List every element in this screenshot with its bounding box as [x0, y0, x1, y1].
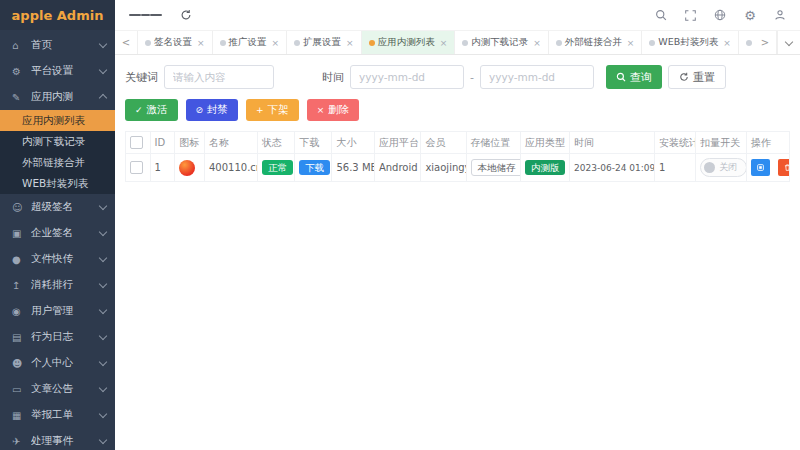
sidebar-item-announcements[interactable]: ▭ 文章公告 [0, 376, 115, 402]
close-icon[interactable]: × [723, 38, 731, 48]
app-logo-icon [179, 160, 195, 176]
col-status: 状态 [258, 132, 295, 154]
refresh-icon[interactable] [180, 9, 192, 21]
home-icon: ⌂ [12, 40, 27, 51]
edit-square-icon: ▣ [12, 228, 27, 239]
trash-icon [784, 163, 790, 172]
sidebar-item-external-link-merge[interactable]: 外部链接合并 [0, 152, 115, 173]
language-globe-icon[interactable] [714, 9, 726, 21]
cell-installs: 1 [655, 154, 696, 182]
fullscreen-icon[interactable] [685, 10, 696, 21]
status-badge: 正常 [262, 160, 293, 176]
close-icon[interactable]: × [627, 38, 635, 48]
document-icon: ▤ [12, 332, 27, 343]
search-button[interactable]: 查询 [606, 65, 662, 89]
sidebar-item-user-management[interactable]: ◉ 用户管理 [0, 298, 115, 324]
user-avatar-icon[interactable] [774, 9, 786, 21]
tabs-scroll-left[interactable]: < [115, 31, 138, 54]
sidebar-item-handle-events[interactable]: ✈ 处理事件 [0, 428, 115, 450]
plus-icon: + [256, 105, 264, 115]
ban-button[interactable]: ⊘ 封禁 [186, 99, 239, 121]
download-badge[interactable]: 下载 [299, 160, 330, 176]
search-icon [616, 72, 626, 82]
sidebar-item-platform-settings[interactable]: ⚙ 平台设置 [0, 58, 115, 84]
col-installs: 安装统计 [655, 132, 696, 154]
col-platform: 应用平台 [374, 132, 420, 154]
time-label: 时间 [322, 70, 344, 85]
app-logo: apple Admin [0, 0, 115, 30]
sidebar-item-file-transfer[interactable]: ● 文件快传 [0, 246, 115, 272]
table-header-row: ID 图标 名称 状态 下载 大小 应用平台 会员 存储位置 应用类型 时间 安… [126, 132, 790, 154]
date-start-input[interactable] [350, 65, 464, 89]
gear-icon: ⚙ [12, 66, 27, 77]
top-bar: ⚙ [115, 0, 800, 30]
collapse-menu-icon[interactable] [129, 12, 162, 19]
sidebar-item-web-package-list[interactable]: WEB封装列表 [0, 173, 115, 194]
tab-dot [746, 40, 752, 46]
tab-signature-settings[interactable]: 签名设置 × [138, 31, 213, 54]
tab-external-link-merge[interactable]: 外部链接合并 × [549, 31, 643, 54]
col-icon: 图标 [175, 132, 205, 154]
sidebar-item-beta-download-records[interactable]: 内测下载记录 [0, 131, 115, 152]
tabs-menu-dropdown[interactable] [777, 31, 800, 54]
qrcode-button[interactable] [751, 159, 770, 176]
settings-gear-icon[interactable]: ⚙ [744, 9, 756, 22]
tab-super-sign-list[interactable]: 超级签列表 × [739, 31, 754, 54]
tab-extension-settings[interactable]: 扩展设置 × [287, 31, 362, 54]
qrcode-icon [757, 163, 764, 172]
tabs-scroll-area: 签名设置 × 推广设置 × 扩展设置 × 应用内测列表 × [138, 31, 754, 54]
tabs-scroll-right[interactable]: > [754, 31, 777, 54]
sidebar-item-report-tickets[interactable]: ▦ 举报工单 [0, 402, 115, 428]
tab-dot [220, 40, 226, 46]
deduct-toggle[interactable]: 关闭 [700, 158, 746, 177]
sidebar-item-super-signature[interactable]: ☺ 超级签名 [0, 194, 115, 220]
cell-member: xiaojingyu [421, 154, 466, 182]
close-icon[interactable]: × [272, 38, 280, 48]
sidebar-item-home[interactable]: ⌂ 首页 [0, 32, 115, 58]
row-checkbox[interactable] [130, 161, 143, 174]
date-end-input[interactable] [480, 65, 594, 89]
sidebar-item-consumption-rank[interactable]: ↥ 消耗排行 [0, 272, 115, 298]
cell-name: 400110.cn [205, 154, 258, 182]
main-area: ⚙ < 签名设置 × 推广设置 × [115, 0, 800, 450]
tab-beta-download-records[interactable]: 内测下载记录 × [455, 31, 549, 54]
col-size: 大小 [332, 132, 374, 154]
close-icon: × [317, 105, 325, 115]
close-icon[interactable]: × [346, 38, 354, 48]
close-icon[interactable]: × [197, 38, 205, 48]
select-all-checkbox[interactable] [130, 136, 143, 149]
col-download: 下载 [295, 132, 332, 154]
chevron-down-icon [99, 254, 107, 262]
check-icon: ✓ [135, 105, 143, 115]
delete-bulk-button[interactable]: × 删除 [307, 99, 360, 121]
table-row: 1 400110.cn 正常 下载 56.3 MB Android xiaoji… [126, 154, 790, 182]
filter-row: 关键词 时间 - 查询 重置 [125, 65, 790, 89]
sidebar-item-profile-center[interactable]: ☻ 个人中心 [0, 350, 115, 376]
upload-icon: ↥ [12, 280, 27, 291]
takedown-button[interactable]: + 下架 [246, 99, 299, 121]
sidebar-item-app-beta-list[interactable]: 应用内测列表 [0, 110, 115, 131]
col-deduct-switch: 扣量开关 [696, 132, 746, 154]
keyword-input[interactable] [164, 65, 274, 89]
chevron-down-icon [99, 66, 107, 74]
tab-app-beta-list[interactable]: 应用内测列表 × [362, 31, 456, 54]
activate-button[interactable]: ✓ 激活 [125, 99, 178, 121]
search-icon[interactable] [655, 9, 667, 21]
chevron-down-icon [99, 40, 107, 48]
delete-button[interactable] [778, 159, 790, 176]
col-time: 时间 [570, 132, 655, 154]
sidebar-item-app-beta[interactable]: ✎ 应用内测 [0, 84, 115, 110]
close-icon[interactable]: × [440, 38, 448, 48]
chevron-down-icon [99, 436, 107, 444]
sidebar-item-enterprise-signature[interactable]: ▣ 企业签名 [0, 220, 115, 246]
tab-promotion-settings[interactable]: 推广设置 × [213, 31, 288, 54]
tab-web-package-list[interactable]: WEB封装列表 × [642, 31, 738, 54]
ticket-icon: ▦ [12, 410, 27, 421]
close-icon[interactable]: × [533, 38, 541, 48]
speech-bubble-icon: ▭ [12, 384, 27, 395]
col-name: 名称 [205, 132, 258, 154]
sidebar-item-behavior-log[interactable]: ▤ 行为日志 [0, 324, 115, 350]
reset-button[interactable]: 重置 [668, 65, 726, 89]
user-icon: ◉ [12, 306, 27, 317]
tab-dot [369, 40, 375, 46]
